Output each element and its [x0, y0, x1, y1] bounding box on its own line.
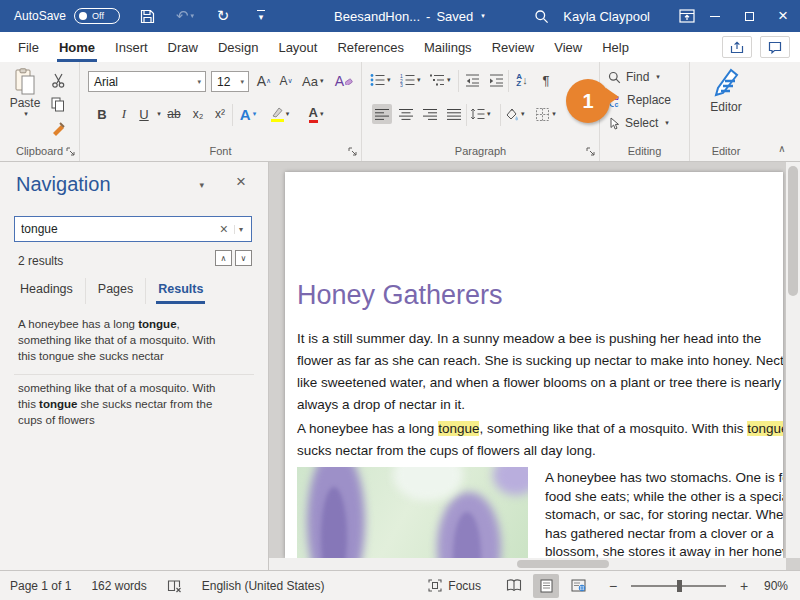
navigation-close-button[interactable]: ×	[236, 172, 246, 192]
search-button[interactable]	[531, 5, 553, 27]
next-result-button[interactable]: ∨	[235, 250, 252, 266]
find-button[interactable]: Find ▾	[608, 70, 660, 84]
align-left-button[interactable]	[372, 104, 392, 124]
redo-button[interactable]: ↻	[212, 5, 234, 27]
tab-results[interactable]: Results	[145, 278, 215, 304]
numbering-button[interactable]: 123 ▾	[400, 70, 421, 90]
bold-button[interactable]: B	[92, 104, 112, 124]
language-indicator[interactable]: English (United States)	[202, 579, 325, 593]
sort-button[interactable]: AZ ↓	[512, 70, 532, 90]
tab-review[interactable]: Review	[482, 32, 545, 62]
save-button[interactable]	[136, 5, 158, 27]
tab-design[interactable]: Design	[208, 32, 268, 62]
page-indicator[interactable]: Page 1 of 1	[10, 579, 71, 593]
format-painter-button[interactable]	[48, 118, 68, 138]
web-layout-button[interactable]	[565, 574, 591, 598]
comments-button[interactable]	[760, 36, 790, 58]
paste-button[interactable]: Paste ▾	[6, 68, 44, 134]
paragraph-dialog-launcher[interactable]	[586, 147, 595, 156]
copy-button[interactable]	[48, 94, 68, 114]
align-center-button[interactable]	[396, 104, 416, 124]
tab-insert[interactable]: Insert	[105, 32, 158, 62]
focus-button[interactable]: Focus	[428, 579, 481, 593]
tab-home[interactable]: Home	[49, 32, 105, 62]
zoom-out-button[interactable]: −	[605, 578, 621, 594]
collapse-ribbon-button[interactable]: ∧	[772, 138, 792, 158]
maximize-button[interactable]	[732, 0, 766, 32]
user-name[interactable]: Kayla Claypool	[563, 9, 650, 24]
read-mode-button[interactable]	[501, 574, 527, 598]
line-spacing-button[interactable]: ▾	[470, 104, 491, 124]
font-dialog-launcher[interactable]	[348, 147, 357, 156]
shading-button[interactable]: ▾	[504, 104, 525, 124]
shrink-font-button[interactable]: A∨	[276, 71, 296, 91]
italic-button[interactable]: I	[114, 104, 134, 124]
superscript-button[interactable]: x²	[210, 104, 230, 124]
font-color-button[interactable]: A▾	[306, 104, 326, 124]
document-heading: Honey Gatherers	[297, 280, 503, 311]
editor-button[interactable]: Editor	[704, 68, 748, 132]
strikethrough-button[interactable]: ab	[164, 104, 184, 124]
search-input[interactable]	[15, 222, 214, 236]
quick-access-toolbar-button[interactable]: ▾	[250, 5, 272, 27]
tab-help[interactable]: Help	[592, 32, 639, 62]
highlight-color-button[interactable]: ▾	[270, 104, 290, 124]
navigation-pane-dropdown[interactable]: ▾	[199, 180, 204, 190]
clear-search-button[interactable]: ×	[214, 221, 234, 237]
multilevel-list-button[interactable]: ▾	[430, 70, 451, 90]
proofing-error-icon	[167, 579, 182, 593]
document-page[interactable]: Honey Gatherers It is a still summer day…	[285, 172, 783, 558]
clipboard-dialog-launcher[interactable]	[66, 147, 75, 156]
clear-formatting-button[interactable]: A	[334, 71, 354, 91]
previous-result-button[interactable]: ∧	[215, 250, 232, 266]
align-right-button[interactable]	[420, 104, 440, 124]
change-case-button[interactable]: Aa▾	[302, 71, 323, 91]
search-result-1[interactable]: A honeybee has a long tongue, something …	[18, 316, 232, 364]
grow-font-button[interactable]: A∧	[254, 71, 274, 91]
tab-view[interactable]: View	[544, 32, 592, 62]
close-button[interactable]: ×	[766, 0, 800, 32]
minimize-button[interactable]	[698, 0, 732, 32]
zoom-level[interactable]: 90%	[752, 579, 788, 593]
lavender-photo[interactable]	[297, 467, 528, 558]
search-result-2[interactable]: something like that of a mosquito. With …	[18, 380, 232, 428]
change-case-label: Aa	[302, 74, 318, 89]
justify-button[interactable]	[444, 104, 464, 124]
font-size-combo[interactable]: 12 ▾	[211, 71, 249, 92]
horizontal-scrollbar[interactable]	[269, 558, 786, 570]
text-effects-button[interactable]: A▾	[238, 104, 258, 124]
share-button[interactable]	[722, 36, 752, 58]
dialog-launcher-icon	[348, 147, 357, 156]
horizontal-scrollbar-thumb[interactable]	[517, 560, 609, 568]
select-button[interactable]: Select ▾	[608, 116, 669, 130]
increase-indent-button[interactable]	[486, 70, 506, 90]
ribbon-display-options-button[interactable]	[676, 5, 698, 27]
zoom-slider[interactable]	[631, 585, 726, 587]
tab-draw[interactable]: Draw	[158, 32, 208, 62]
tab-file[interactable]: File	[8, 32, 49, 62]
show-formatting-button[interactable]: ¶	[536, 70, 556, 90]
search-options-dropdown[interactable]: ▾	[234, 225, 251, 234]
tab-pages[interactable]: Pages	[85, 278, 145, 304]
tab-headings[interactable]: Headings	[8, 278, 85, 304]
print-layout-button[interactable]	[533, 574, 559, 598]
tab-mailings[interactable]: Mailings	[414, 32, 482, 62]
font-name-combo[interactable]: Arial ▾	[88, 71, 206, 92]
word-count[interactable]: 162 words	[91, 579, 146, 593]
vertical-scrollbar[interactable]	[786, 162, 800, 558]
borders-button[interactable]: ▾	[536, 104, 556, 124]
autosave-toggle[interactable]: Off	[74, 8, 120, 24]
tab-layout[interactable]: Layout	[268, 32, 327, 62]
document-title[interactable]: BeesandHon... - Saved ▾	[334, 9, 485, 24]
undo-button[interactable]: ↶▾	[174, 5, 196, 27]
decrease-indent-button[interactable]	[462, 70, 482, 90]
zoom-in-button[interactable]: +	[736, 578, 752, 594]
bullets-button[interactable]: ▾	[370, 70, 391, 90]
vertical-scrollbar-thumb[interactable]	[788, 166, 798, 296]
ribbon-tab-row: File Home Insert Draw Design Layout Refe…	[0, 32, 800, 62]
zoom-slider-thumb[interactable]	[677, 580, 682, 592]
subscript-button[interactable]: x₂	[188, 104, 208, 124]
proofing-status[interactable]	[167, 579, 182, 593]
tab-references[interactable]: References	[327, 32, 413, 62]
cut-button[interactable]	[48, 70, 68, 90]
